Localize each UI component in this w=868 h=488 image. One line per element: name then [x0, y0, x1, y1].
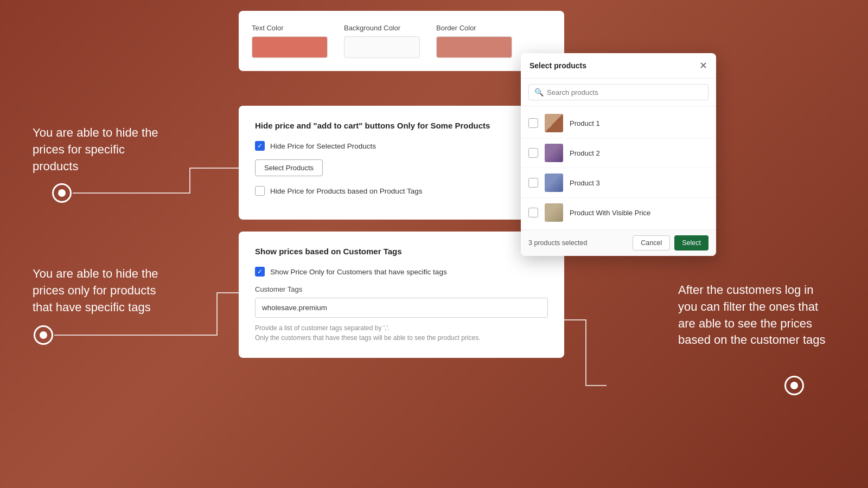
circle-3: [784, 376, 804, 395]
selected-count: 3 products selected: [528, 239, 587, 247]
show-price-customers-checkbox[interactable]: [255, 267, 265, 277]
modal-header: Select products ✕: [521, 53, 716, 79]
modal-footer: 3 products selected Cancel Select: [521, 229, 716, 256]
product-1-thumbnail: [545, 114, 563, 132]
modal-search-area: 🔍: [521, 79, 716, 106]
hide-price-selected-checkbox[interactable]: [255, 141, 265, 151]
modal-close-button[interactable]: ✕: [699, 61, 707, 70]
product-3-checkbox[interactable]: [528, 178, 538, 188]
product-4-checkbox[interactable]: [528, 208, 538, 217]
hint-text-1: Provide a list of customer tags separate…: [255, 323, 548, 333]
annotation-2: You are able to hide the prices only for…: [33, 266, 174, 316]
annotation-3: After the customers log in you can filte…: [678, 282, 835, 349]
annotation-1: You are able to hide the prices for spec…: [33, 125, 174, 175]
hint-text-2: Only the customers that have these tags …: [255, 333, 548, 343]
product-item-3[interactable]: Product 3: [521, 168, 716, 198]
hide-price-tags-row: Hide Price for Products based on Product…: [255, 186, 548, 196]
card-mid: Hide price and "add to cart" buttons Onl…: [239, 106, 564, 220]
customer-tags-input[interactable]: [255, 298, 548, 318]
border-color-swatch[interactable]: [436, 36, 512, 58]
select-button[interactable]: Select: [674, 235, 709, 251]
bg-color-swatch[interactable]: [344, 36, 420, 58]
text-color-swatch[interactable]: [252, 36, 328, 58]
modal-title: Select products: [529, 61, 586, 70]
product-2-checkbox[interactable]: [528, 148, 538, 158]
product-1-checkbox[interactable]: [528, 118, 538, 128]
footer-buttons: Cancel Select: [633, 235, 709, 251]
product-4-name: Product With Visible Price: [570, 209, 650, 217]
product-item-2[interactable]: Product 2: [521, 138, 716, 168]
border-color-label: Border Color: [436, 24, 512, 32]
border-color-field: Border Color: [436, 24, 512, 58]
circle-1: [52, 183, 72, 203]
hide-price-selected-label: Hide Price for Selected Products: [270, 142, 376, 150]
product-2-thumbnail: [545, 144, 563, 162]
product-3-thumbnail: [545, 174, 563, 192]
text-color-field: Text Color: [252, 24, 328, 58]
product-list: Product 1 Product 2 Product 3 Product Wi…: [521, 106, 716, 229]
cancel-button[interactable]: Cancel: [633, 235, 670, 251]
product-item-1[interactable]: Product 1: [521, 108, 716, 138]
search-input[interactable]: [547, 88, 703, 97]
select-products-btn[interactable]: Select Products: [255, 159, 323, 176]
search-box: 🔍: [528, 84, 709, 100]
card-bot: Show prices based on Customer Tags Show …: [239, 232, 564, 358]
customer-tags-label: Customer Tags: [255, 285, 548, 293]
show-price-customers-label: Show Price Only for Customers that have …: [270, 268, 447, 276]
search-icon: 🔍: [534, 88, 544, 97]
product-2-name: Product 2: [570, 149, 600, 157]
hide-price-tags-checkbox[interactable]: [255, 186, 265, 196]
product-4-thumbnail: [545, 203, 563, 222]
select-products-modal: Select products ✕ 🔍 Product 1 Product 2 …: [521, 53, 716, 256]
product-3-name: Product 3: [570, 179, 600, 187]
hide-price-selected-row: Hide Price for Selected Products: [255, 141, 548, 151]
product-item-4[interactable]: Product With Visible Price: [521, 198, 716, 227]
bg-color-label: Background Color: [344, 24, 420, 32]
card-mid-title: Hide price and "add to cart" buttons Onl…: [255, 121, 548, 130]
card-bot-title: Show prices based on Customer Tags: [255, 247, 548, 256]
circle-2: [34, 325, 53, 345]
show-price-customers-row: Show Price Only for Customers that have …: [255, 267, 548, 277]
text-color-label: Text Color: [252, 24, 328, 32]
card-top: Text Color Background Color Border Color: [239, 11, 564, 71]
color-row: Text Color Background Color Border Color: [252, 24, 551, 58]
hide-price-tags-label: Hide Price for Products based on Product…: [270, 187, 422, 195]
bg-color-field: Background Color: [344, 24, 420, 58]
product-1-name: Product 1: [570, 119, 600, 127]
